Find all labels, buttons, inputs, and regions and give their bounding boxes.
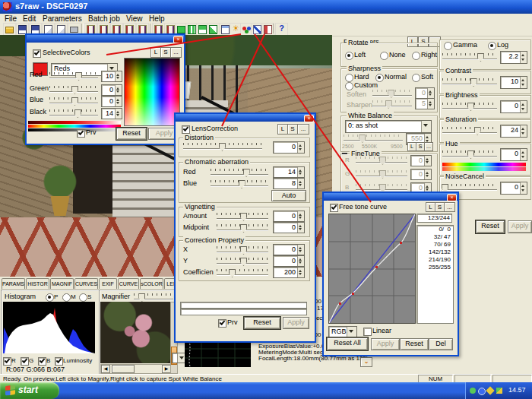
tray-icon-3[interactable] — [486, 386, 494, 394]
gamma-radio[interactable] — [444, 42, 452, 50]
white-balance-preset-dropdown[interactable]: 0: as shot — [345, 120, 432, 133]
chromatic-red-value[interactable]: 14 — [273, 166, 305, 178]
tone-curve-checkbox[interactable] — [330, 204, 338, 212]
histogram-mode-p-radio[interactable] — [46, 293, 54, 302]
lc-reset-button[interactable]: Reset — [244, 317, 280, 329]
parameters-apply-button[interactable]: Apply — [508, 220, 532, 233]
chromatic-blue-value[interactable]: 8 — [273, 178, 305, 189]
channel-r-checkbox[interactable] — [3, 357, 11, 366]
menu-parameters[interactable]: Parameters — [43, 14, 82, 23]
distortion-slider[interactable] — [183, 143, 262, 151]
hue-value[interactable]: 0 — [500, 148, 527, 161]
curve-points-list[interactable]: 0/ 0 32/ 47 70/ 69 142/132 214/190 255/2… — [416, 225, 454, 324]
channel-g-checkbox[interactable] — [21, 357, 29, 366]
sharpness-soft-radio[interactable] — [412, 74, 420, 82]
menu-edit[interactable]: Edit — [23, 14, 36, 23]
correction-y-slider[interactable] — [217, 258, 268, 266]
sc-green-value[interactable]: 0 — [101, 84, 122, 96]
menu-batch-job[interactable]: Batch job — [88, 14, 120, 23]
selective-colors-checkbox[interactable] — [33, 49, 41, 58]
rotate-left-radio[interactable] — [345, 52, 353, 60]
vignetting-amount-slider[interactable] — [217, 213, 268, 221]
lc-more-button[interactable]: ... — [297, 124, 309, 135]
curve-point[interactable]: 214/190 — [417, 256, 453, 264]
curve-point[interactable]: 70/ 69 — [417, 241, 453, 249]
scroll-left-icon[interactable]: ◀ — [101, 365, 110, 373]
sc-prv-checkbox[interactable] — [77, 129, 85, 138]
curve-point[interactable]: 142/132 — [417, 249, 453, 256]
tab-exif[interactable]: EXIF — [99, 278, 117, 289]
gamma-value[interactable]: 2.2 — [500, 51, 527, 64]
soften-value[interactable]: 0 — [415, 87, 435, 99]
finetune-g-slider[interactable] — [356, 170, 407, 179]
hue-slider[interactable] — [442, 150, 497, 159]
tc-del-button[interactable]: Del — [429, 338, 453, 350]
contrast-slider[interactable] — [442, 78, 497, 87]
chromatic-blue-slider[interactable] — [211, 180, 268, 188]
rotate-right-radio[interactable] — [412, 52, 420, 60]
sc-more-button[interactable]: ... — [170, 47, 182, 58]
chevron-down-icon[interactable] — [421, 121, 431, 132]
curve-point[interactable]: 32/ 47 — [417, 233, 453, 241]
lens-correction-titlebar[interactable] — [176, 114, 315, 122]
tab-histgr[interactable]: HISTGR — [26, 278, 49, 289]
menu-view[interactable]: View — [126, 14, 143, 23]
saturation-slider[interactable] — [442, 127, 497, 135]
help-icon[interactable]: ? — [275, 23, 288, 36]
magnifier-image[interactable] — [100, 302, 170, 363]
curve-point[interactable]: 0/ 0 — [417, 226, 453, 233]
open-folder-icon[interactable] — [3, 23, 16, 36]
tray-icon-2[interactable] — [478, 388, 486, 395]
menu-help[interactable]: Help — [149, 14, 165, 23]
sharpness-custom-radio[interactable] — [345, 82, 353, 90]
tab-curves[interactable]: CURVES — [74, 278, 98, 289]
curve-channel-dropdown[interactable]: RGB — [328, 326, 357, 338]
lc-prv-checkbox[interactable] — [218, 319, 226, 328]
menu-file[interactable]: File — [5, 14, 17, 23]
magnifier-hscrollbar[interactable]: ◀ ▶ — [100, 364, 172, 374]
hscroll-thumb[interactable] — [112, 365, 135, 373]
wb-more-button[interactable]: ... — [424, 142, 433, 151]
sc-reset-button[interactable]: Reset — [116, 128, 147, 140]
gamma-slider[interactable] — [442, 53, 497, 62]
tc-reset-button[interactable]: Reset — [400, 338, 429, 350]
channel-b-checkbox[interactable] — [38, 357, 46, 366]
tab-params[interactable]: PARAMS — [2, 278, 25, 289]
multi-view-icon[interactable] — [207, 23, 220, 36]
tab-curve[interactable]: CURVE — [118, 278, 139, 289]
sc-blue-slider[interactable] — [49, 97, 98, 106]
finetune-r-slider[interactable] — [356, 157, 407, 165]
lc-load-button[interactable]: L — [277, 124, 288, 135]
contrast-value[interactable]: 10 — [500, 76, 527, 89]
color-palette[interactable] — [124, 58, 180, 126]
start-button[interactable]: start — [0, 382, 59, 399]
correction-coefficient-slider[interactable] — [217, 269, 268, 277]
distortion-value[interactable]: 0 — [273, 141, 305, 154]
sharpen-value[interactable]: 5 — [415, 98, 435, 109]
tc-apply-button[interactable]: Apply — [371, 338, 400, 350]
tab-scolor[interactable]: sCOLOR — [140, 278, 163, 289]
magnifier-zoom-slider[interactable] — [134, 293, 173, 302]
curve-point[interactable]: 255/255 — [417, 264, 453, 271]
log-radio[interactable] — [488, 42, 496, 50]
lc-save-button[interactable]: S — [287, 124, 298, 135]
vignetting-midpoint-slider[interactable] — [217, 224, 268, 233]
histogram-mode-m-radio[interactable] — [62, 293, 71, 302]
soften-slider[interactable] — [372, 90, 412, 98]
chromatic-red-slider[interactable] — [211, 169, 268, 177]
sc-red-value[interactable]: 10 — [101, 71, 122, 82]
sharpen-slider[interactable] — [372, 100, 412, 109]
tc-more-button[interactable]: ... — [444, 202, 455, 212]
tone-curve-titlebar[interactable] — [324, 193, 458, 201]
chromatic-auto-button[interactable]: Auto — [271, 190, 306, 201]
linear-checkbox[interactable] — [363, 328, 372, 336]
noise-cancel-value[interactable]: 0 — [500, 182, 527, 195]
window-titlebar[interactable]: s7raw - DSCF0297 — [0, 0, 532, 14]
correction-x-value[interactable]: 0 — [273, 244, 305, 255]
finetune-g-value[interactable]: 0 — [410, 169, 432, 180]
brightness-slider[interactable] — [442, 103, 497, 111]
tray-icon-4[interactable] — [496, 388, 502, 394]
luminosity-checkbox[interactable] — [55, 357, 63, 366]
sc-green-slider[interactable] — [49, 86, 98, 94]
lens-correction-checkbox[interactable] — [182, 125, 190, 134]
